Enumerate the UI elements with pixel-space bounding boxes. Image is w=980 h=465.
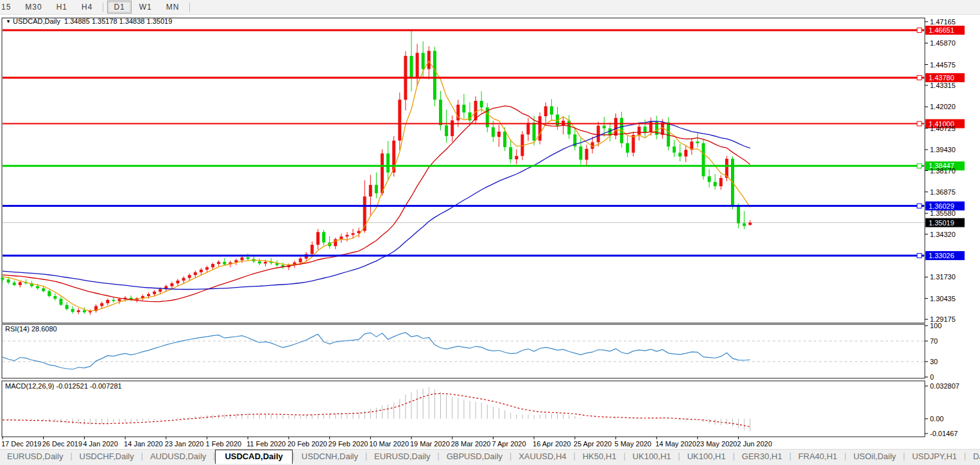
chart-tab-usdcad-daily[interactable]: USDCAD,Daily (215, 450, 292, 464)
svg-text:70: 70 (930, 337, 938, 345)
chart-tab-uk100-h1[interactable]: UK100,H1 (680, 450, 733, 462)
toolbar-separator (103, 3, 103, 12)
chart-menu-icon[interactable]: ▼ (6, 19, 11, 24)
chart-tab-uk100-h1[interactable]: UK100,H1 (626, 450, 678, 462)
timeframe-button-w1[interactable]: W1 (133, 1, 159, 13)
chart-tab-gbpusd-daily[interactable]: GBPUSD,Daily (440, 450, 510, 462)
chart-tab-fra40-h1[interactable]: FRA40,H1 (791, 450, 845, 462)
svg-text:1.40725: 1.40725 (930, 125, 956, 132)
svg-text:1.44575: 1.44575 (930, 61, 956, 69)
svg-text:1.31730: 1.31730 (930, 273, 956, 281)
svg-text:20 Feb 2020: 20 Feb 2020 (288, 440, 327, 448)
svg-text:1.45870: 1.45870 (930, 39, 956, 47)
timeframe-button-d1[interactable]: D1 (107, 1, 131, 13)
chart-tab-eurusd-daily[interactable]: EURUSD,Daily (367, 450, 437, 462)
chart-ohlc-values: 1.34885 1.35178 1.34838 1.35019 (64, 17, 172, 25)
svg-text:1.47165: 1.47165 (930, 18, 956, 26)
svg-text:1 Feb 2020: 1 Feb 2020 (206, 440, 242, 448)
svg-text:23 Jan 2020: 23 Jan 2020 (165, 440, 204, 448)
svg-text:28 Mar 2020: 28 Mar 2020 (451, 440, 491, 448)
svg-text:1.34320: 1.34320 (930, 231, 956, 238)
chart-title: ▼ USDCAD,Daily 1.34885 1.35178 1.34838 1… (6, 17, 172, 25)
svg-text:30: 30 (930, 358, 938, 365)
chart-tab-usoil-daily[interactable]: USOil,Daily (847, 450, 903, 462)
svg-text:16 Apr 2020: 16 Apr 2020 (533, 440, 571, 448)
svg-text:10 Mar 2020: 10 Mar 2020 (369, 440, 409, 448)
svg-text:1.43315: 1.43315 (930, 82, 956, 89)
svg-text:25 Apr 2020: 25 Apr 2020 (574, 440, 612, 448)
chart-symbol-label: USDCAD,Daily (13, 17, 60, 25)
svg-text:2 Jun 2020: 2 Jun 2020 (737, 440, 772, 448)
svg-text:-0.01467: -0.01467 (930, 430, 958, 437)
macd-axis: 0.0328070.00-0.01467 (925, 382, 959, 437)
svg-text:7 Apr 2020: 7 Apr 2020 (492, 440, 526, 448)
svg-text:1.38170: 1.38170 (930, 167, 956, 175)
svg-text:0.00: 0.00 (930, 415, 943, 423)
svg-text:1.36875: 1.36875 (930, 188, 956, 196)
macd-indicator-label: MACD(12,26,9) -0.012521 -0.007281 (5, 382, 122, 390)
svg-text:1.42020: 1.42020 (930, 103, 956, 110)
timeframe-button-h4[interactable]: H4 (75, 1, 99, 13)
svg-text:29 Feb 2020: 29 Feb 2020 (329, 440, 368, 448)
main-chart-panel (2, 18, 925, 323)
current-price-label: 1.35019 (929, 219, 954, 227)
chart-tab-ger30-h1[interactable]: GER30,H1 (735, 450, 789, 462)
timeframe-button-h1[interactable]: H1 (50, 1, 74, 13)
date-axis[interactable]: 17 Dec 201926 Dec 20194 Jan 202014 Jan 2… (1, 437, 772, 448)
rsi-panel (2, 324, 925, 378)
svg-text:11 Feb 2020: 11 Feb 2020 (246, 440, 286, 448)
svg-text:1.43780: 1.43780 (929, 74, 954, 82)
chart-tab-usdcnh-daily[interactable]: USDCNH,Daily (295, 450, 365, 462)
svg-text:1.46651: 1.46651 (929, 26, 954, 34)
svg-text:1.33026: 1.33026 (929, 252, 954, 259)
chart-tab-audusd-daily[interactable]: AUDUSD,Daily (143, 450, 213, 462)
svg-text:23 May 2020: 23 May 2020 (696, 440, 737, 448)
svg-text:1.35580: 1.35580 (930, 209, 956, 217)
chart-tab-usdjpy-h1[interactable]: USDJPY,H1 (905, 450, 964, 462)
svg-text:17 Dec 2019: 17 Dec 2019 (1, 440, 41, 448)
svg-text:19 Mar 2020: 19 Mar 2020 (410, 440, 450, 448)
svg-text:14 Jan 2020: 14 Jan 2020 (124, 440, 163, 448)
svg-text:1.30435: 1.30435 (930, 295, 956, 303)
timeframe-button-15[interactable]: 15 (0, 1, 17, 13)
chart-tab-dj30-h1[interactable]: DJ30,H1 (966, 450, 980, 462)
svg-text:1.36029: 1.36029 (929, 202, 954, 210)
chart-tab-hk50-h1[interactable]: HK50,H1 (576, 450, 624, 462)
svg-text:0.032807: 0.032807 (930, 382, 959, 390)
svg-text:100: 100 (930, 322, 941, 329)
price-chart[interactable]: 1.466511.437801.410001.384471.360291.330… (0, 0, 980, 465)
rsi-indicator-label: RSI(14) 28.6080 (5, 325, 57, 333)
mt4-window: { "toolbar": { "timeframes": ["15","M30"… (0, 0, 980, 465)
chart-tab-xauusd-h4[interactable]: XAUUSD,H4 (511, 450, 573, 462)
svg-text:14 May 2020: 14 May 2020 (655, 440, 696, 448)
timeframe-toolbar: 15M30H1H4D1W1MN (0, 0, 980, 15)
svg-text:5 May 2020: 5 May 2020 (615, 440, 651, 448)
svg-text:1.39430: 1.39430 (930, 146, 956, 154)
chart-tab-eurusd-daily[interactable]: EURUSD,Daily (0, 450, 70, 462)
price-axis[interactable]: 1.471651.458701.445751.433151.420201.407… (925, 18, 956, 323)
rsi-axis: 10070300 (925, 322, 941, 381)
macd-panel (2, 381, 925, 437)
symbol-tab-bar: EURUSD,Daily|USDCHF,Daily|AUDUSD,Daily|U… (0, 449, 980, 465)
timeframe-button-mn[interactable]: MN (160, 1, 186, 13)
timeframe-button-m30[interactable]: M30 (19, 1, 48, 13)
chart-tab-usdchf-daily[interactable]: USDCHF,Daily (73, 450, 141, 462)
toolbar-separator (189, 3, 190, 12)
svg-text:0: 0 (930, 373, 934, 381)
svg-text:26 Dec 2019: 26 Dec 2019 (42, 440, 82, 448)
svg-text:4 Jan 2020: 4 Jan 2020 (83, 440, 117, 448)
